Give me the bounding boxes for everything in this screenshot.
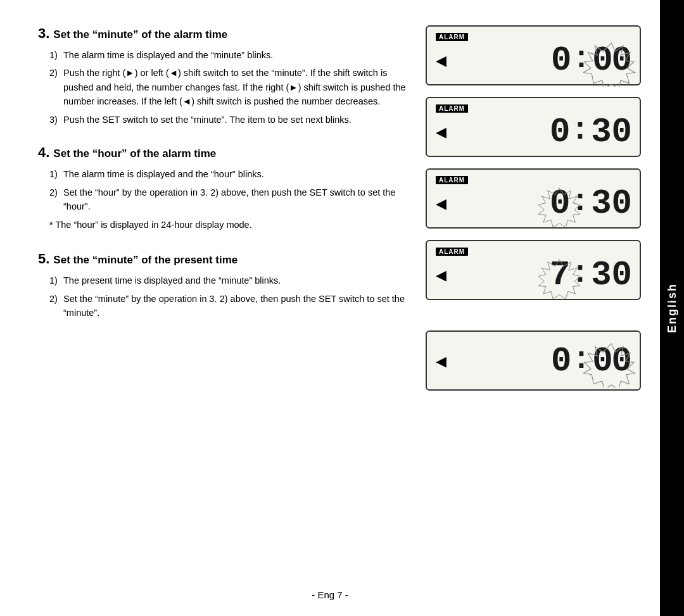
display-1: ALARM ◀ 0 : 00 [426, 25, 641, 85]
alarm-arrow-5: ◀ [436, 355, 446, 368]
alarm-label-4: ALARM [436, 248, 468, 256]
display-2: ALARM ◀ 0 : 3 0 [426, 97, 641, 157]
lcd-min2-2: 0 [612, 115, 631, 149]
alarm-arrow-1: ◀ [436, 54, 446, 68]
lcd-hour-burst-4: 7 [550, 258, 569, 292]
section-3-item-2: 2) Push the right (►) or left (◄) shift … [49, 66, 413, 108]
alarm-arrow-4: ◀ [436, 268, 446, 282]
section-4-item-1: 1) The alarm time is displayed and the “… [49, 167, 413, 181]
item-num: 2) [49, 185, 63, 214]
lcd-row-3: ◀ 0 : 3 0 [436, 187, 631, 221]
section-5-body: 1) The present time is displayed and the… [38, 273, 413, 320]
alarm-label-3: ALARM [436, 176, 468, 184]
item-text: Set the “hour” by the operation in 3. 2)… [63, 185, 413, 214]
section-4-body: 1) The alarm time is displayed and the “… [38, 167, 413, 232]
lcd-hour-1: 0 [551, 44, 570, 78]
section-5-number: 5. [38, 251, 49, 267]
alarm-label-1: ALARM [436, 33, 468, 41]
section-3-body: 1) The alarm time is displayed and the “… [38, 48, 413, 127]
section-4-number: 4. [38, 144, 49, 161]
section-3: 3. Set the “minute” of the alarm time 1)… [38, 25, 413, 127]
lcd-min1-1: 0 [592, 41, 611, 80]
lcd-min1-4: 3 [591, 258, 610, 292]
section-5: 5. Set the “minute” of the present time … [38, 251, 413, 320]
item-num: 2) [49, 66, 63, 108]
lcd-colon-3: : [571, 187, 589, 221]
item-text: Set the “minute” by the operation in 3. … [63, 292, 413, 320]
section-4-item-2: 2) Set the “hour” by the operation in 3.… [49, 185, 413, 214]
lcd-hour-2: 0 [550, 115, 569, 149]
lcd-colon-2: : [571, 115, 589, 149]
item-text: The alarm time is displayed and the “min… [63, 48, 413, 62]
item-num: 3) [49, 113, 63, 127]
footer: - Eng 7 - [0, 589, 660, 600]
display-column: ALARM ◀ 0 : 00 [426, 25, 641, 391]
text-column: 3. Set the “minute” of the alarm time 1)… [38, 25, 426, 391]
lcd-time-2: 0 : 3 0 [450, 115, 631, 149]
lcd-time-5: 0 : 00 [450, 344, 631, 379]
lcd-min1-3: 3 [591, 187, 610, 221]
lcd-hour-5: 0 [551, 344, 570, 379]
lcd-min2-1: 0 [612, 41, 631, 80]
lcd-time-4: 7 : 3 0 [450, 258, 631, 292]
alarm-arrow-2: ◀ [436, 125, 446, 139]
page-container: 3. Set the “minute” of the alarm time 1)… [0, 0, 684, 616]
lcd-colon-5: : [572, 344, 590, 379]
section-3-heading: Set the “minute” of the alarm time [53, 28, 227, 41]
alarm-arrow-3: ◀ [436, 197, 446, 211]
section-5-item-1: 1) The present time is displayed and the… [49, 273, 413, 287]
lcd-min2-5: 0 [612, 342, 631, 380]
english-tab: English [660, 0, 684, 616]
section-4-note: * The “hour” is displayed in 24-hour dis… [49, 218, 413, 232]
lcd-row-1: ◀ 0 : 00 [436, 44, 631, 78]
display-5: ◀ 0 : 00 [426, 330, 641, 391]
lcd-hour-3: 0 [550, 184, 569, 223]
display-3: ALARM ◀ 0 : 3 0 [426, 168, 641, 229]
section-3-number: 3. [38, 25, 49, 42]
item-num: 2) [49, 292, 63, 320]
content-area: 3. Set the “minute” of the alarm time 1)… [38, 25, 641, 391]
lcd-min1-2: 3 [591, 115, 610, 149]
section-3-item-3: 3) Push the SET switch to set the “minut… [49, 113, 413, 127]
lcd-colon-1: : [572, 44, 590, 78]
lcd-colon-4: : [571, 258, 589, 292]
lcd-time-3: 0 : 3 0 [450, 187, 631, 221]
lcd-row-5: ◀ 0 : 00 [436, 338, 631, 379]
item-num: 1) [49, 167, 63, 181]
lcd-minutes-burst-1: 00 [592, 44, 631, 78]
english-tab-label: English [666, 283, 679, 333]
item-num: 1) [49, 48, 63, 62]
item-num: 1) [49, 273, 63, 287]
section-5-title: 5. Set the “minute” of the present time [38, 251, 413, 267]
section-3-item-1: 1) The alarm time is displayed and the “… [49, 48, 413, 62]
alarm-label-2: ALARM [436, 104, 468, 113]
lcd-row-2: ◀ 0 : 3 0 [436, 115, 631, 149]
main-content: 3. Set the “minute” of the alarm time 1)… [0, 0, 660, 616]
item-text: The present time is displayed and the “m… [63, 273, 413, 287]
lcd-hour-burst-3: 0 [550, 187, 569, 221]
display-4: ALARM ◀ 7 : 3 0 [426, 240, 641, 300]
lcd-minutes-burst-5: 00 [592, 344, 631, 379]
section-4-title: 4. Set the “hour” of the alarm time [38, 144, 413, 161]
section-5-heading: Set the “minute” of the present time [53, 254, 238, 267]
section-4-heading: Set the “hour” of the alarm time [53, 148, 216, 160]
section-5-item-2: 2) Set the “minute” by the operation in … [49, 292, 413, 320]
lcd-row-4: ◀ 7 : 3 0 [436, 258, 631, 292]
lcd-hour-4: 7 [550, 256, 569, 294]
section-4: 4. Set the “hour” of the alarm time 1) T… [38, 144, 413, 232]
item-text: Push the SET switch to set the “minute”.… [63, 113, 413, 127]
lcd-min2-4: 0 [612, 258, 631, 292]
lcd-min2-3: 0 [612, 187, 631, 221]
item-text: The alarm time is displayed and the “hou… [63, 167, 413, 181]
footer-text: - Eng 7 - [312, 589, 348, 600]
lcd-time-1: 0 : 00 [450, 44, 631, 78]
section-3-title: 3. Set the “minute” of the alarm time [38, 25, 413, 42]
item-text: Push the right (►) or left (◄) shift swi… [63, 66, 413, 108]
lcd-min1-5: 0 [592, 342, 611, 380]
